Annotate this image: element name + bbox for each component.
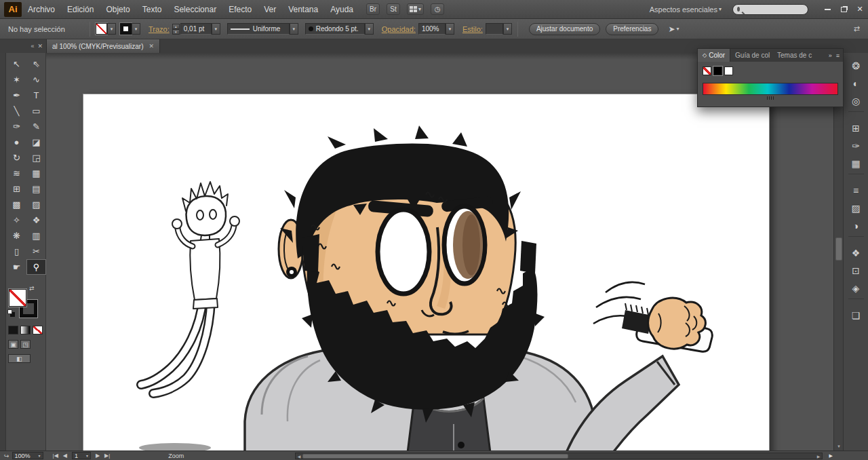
- app-logo[interactable]: Ai: [4, 2, 22, 17]
- menu-efecto[interactable]: Efecto: [222, 0, 258, 19]
- stroke-panel-icon[interactable]: ≡: [844, 182, 868, 199]
- preferences-button[interactable]: Preferencias: [606, 23, 658, 35]
- zoom-tool[interactable]: ⚲: [26, 259, 46, 275]
- swap-fill-stroke-icon[interactable]: ⇄: [29, 285, 35, 292]
- brushes-panel-icon[interactable]: ✑: [844, 137, 868, 155]
- restore-button[interactable]: [835, 3, 852, 16]
- bridge-button[interactable]: Br: [366, 3, 380, 15]
- vertical-scrollbar[interactable]: ▴ ▾: [833, 53, 843, 451]
- search-box[interactable]: [732, 4, 808, 15]
- shape-builder-tool[interactable]: ⊞: [7, 181, 26, 197]
- horizontal-scroll-thumb[interactable]: [302, 454, 568, 459]
- previous-artboard-icon[interactable]: ◀: [63, 453, 67, 459]
- status-menu-icon[interactable]: ↪: [4, 453, 9, 459]
- layers-panel-icon[interactable]: ◈: [844, 280, 868, 297]
- gradient-button[interactable]: [20, 326, 31, 334]
- canvas-pasteboard[interactable]: ▴ ▾: [46, 53, 843, 451]
- collapse-dock-icon[interactable]: «: [31, 43, 34, 50]
- column-graph-tool[interactable]: ▥: [26, 228, 46, 244]
- fit-document-button[interactable]: Ajustar documento: [529, 23, 600, 35]
- menu-edicion[interactable]: Edición: [61, 0, 100, 19]
- spectrum-slider-ticks[interactable]: [703, 96, 838, 100]
- cs-live-button[interactable]: ◷: [431, 3, 444, 15]
- stroke-weight-stepper[interactable]: ▴ ▾: [172, 24, 180, 35]
- eyedropper-tool[interactable]: ✧: [7, 212, 26, 228]
- graphic-styles-panel-icon[interactable]: ❖: [844, 244, 868, 262]
- none-swatch[interactable]: [703, 66, 711, 75]
- pen-tool[interactable]: ✒: [7, 88, 26, 103]
- width-profile-dropdown[interactable]: ▾: [290, 23, 298, 35]
- next-artboard-icon[interactable]: ▶: [96, 453, 100, 459]
- links-panel-icon[interactable]: ⊡: [844, 262, 868, 280]
- color-spectrum[interactable]: [703, 83, 838, 95]
- document-tab[interactable]: al 100% (CMYK/Previsualizar) ✕: [46, 39, 160, 53]
- none-button[interactable]: [33, 326, 43, 334]
- scale-tool[interactable]: ◲: [26, 150, 46, 166]
- swatches-panel-icon[interactable]: ▦: [844, 155, 868, 172]
- default-fill-stroke-icon[interactable]: [7, 309, 12, 314]
- selection-tool[interactable]: ↖: [7, 56, 26, 72]
- close-button[interactable]: ✕: [852, 3, 868, 16]
- opacity-field[interactable]: 100%: [418, 23, 446, 35]
- stroke-weight-dropdown[interactable]: ▾: [212, 23, 220, 35]
- slice-tool[interactable]: ✂: [26, 244, 46, 259]
- artboard-tool[interactable]: ▯: [7, 244, 26, 259]
- fill-color-dropdown[interactable]: ▾: [107, 23, 116, 35]
- select-similar-dropdown[interactable]: ▾: [676, 26, 679, 32]
- stroke-color-dropdown[interactable]: ▾: [132, 23, 140, 35]
- artboard-number-field[interactable]: 1 ▾: [72, 452, 91, 459]
- magic-wand-tool[interactable]: ✶: [7, 72, 26, 88]
- scroll-right-icon[interactable]: ▶: [815, 454, 822, 459]
- minimize-button[interactable]: [819, 3, 835, 16]
- type-tool[interactable]: T: [26, 88, 46, 103]
- style-field[interactable]: [486, 23, 503, 35]
- menu-ver[interactable]: Ver: [258, 0, 282, 19]
- color-panel-icon[interactable]: ❂: [844, 57, 868, 75]
- tab-color[interactable]: ◇ Color: [698, 49, 730, 62]
- width-tool[interactable]: ≋: [7, 166, 26, 181]
- eraser-tool[interactable]: ◪: [26, 134, 46, 150]
- stroke-color-swatch[interactable]: [120, 23, 132, 35]
- close-tab-icon[interactable]: ✕: [149, 43, 155, 50]
- stepper-up-icon[interactable]: ▴: [172, 24, 180, 29]
- brush-dropdown[interactable]: ▾: [365, 23, 374, 35]
- brush-field[interactable]: Redondo 5 pt.: [305, 23, 365, 35]
- symbol-sprayer-tool[interactable]: ❋: [7, 228, 26, 244]
- rotate-tool[interactable]: ↻: [7, 150, 26, 166]
- tab-color-themes[interactable]: Temas de c: [772, 49, 813, 62]
- appearance-panel-icon[interactable]: ◎: [844, 92, 868, 110]
- menu-ventana[interactable]: Ventana: [282, 0, 324, 19]
- last-artboard-icon[interactable]: ▶|: [104, 453, 110, 459]
- white-swatch[interactable]: [724, 66, 733, 75]
- opacity-dropdown[interactable]: ▾: [446, 23, 454, 35]
- pencil-tool[interactable]: ✎: [26, 119, 46, 134]
- menu-ayuda[interactable]: Ayuda: [324, 0, 359, 19]
- symbols-panel-icon[interactable]: ⊞: [844, 119, 868, 137]
- color-guide-panel-icon[interactable]: ◐: [844, 75, 868, 92]
- opacity-label[interactable]: Opacidad:: [382, 25, 416, 33]
- blend-tool[interactable]: ❖: [26, 212, 46, 228]
- tab-color-guide[interactable]: Guía de col: [730, 49, 772, 62]
- stock-button[interactable]: St: [387, 3, 400, 15]
- rectangle-tool[interactable]: ▭: [26, 103, 46, 119]
- mesh-tool[interactable]: ▩: [7, 197, 26, 212]
- zoom-level-field[interactable]: 100% ▾: [12, 452, 43, 459]
- style-label[interactable]: Estilo:: [462, 25, 483, 33]
- lasso-tool[interactable]: ∿: [26, 72, 46, 88]
- expand-panel-icon[interactable]: »: [829, 52, 832, 59]
- arrange-documents-button[interactable]: ▾: [407, 3, 424, 15]
- panel-menu-icon[interactable]: ≡: [836, 52, 840, 59]
- toggle-panels-icon[interactable]: ⇄: [854, 24, 860, 33]
- color-button[interactable]: [8, 326, 18, 334]
- hand-tool[interactable]: ☛: [7, 259, 26, 275]
- draw-behind-icon[interactable]: ◳: [20, 340, 31, 349]
- stroke-weight-label[interactable]: Trazo:: [149, 25, 170, 33]
- menu-texto[interactable]: Texto: [136, 0, 168, 19]
- first-artboard-icon[interactable]: |◀: [53, 453, 58, 459]
- width-profile-field[interactable]: Uniforme: [227, 23, 290, 35]
- menu-archivo[interactable]: Archivo: [22, 0, 61, 19]
- screen-mode-icon[interactable]: ◧: [8, 354, 31, 363]
- workspace-switcher[interactable]: Aspectos esenciales ▾: [650, 5, 722, 14]
- select-similar-icon[interactable]: ➤: [668, 24, 675, 34]
- stroke-weight-field[interactable]: 0,01 pt: [180, 23, 212, 35]
